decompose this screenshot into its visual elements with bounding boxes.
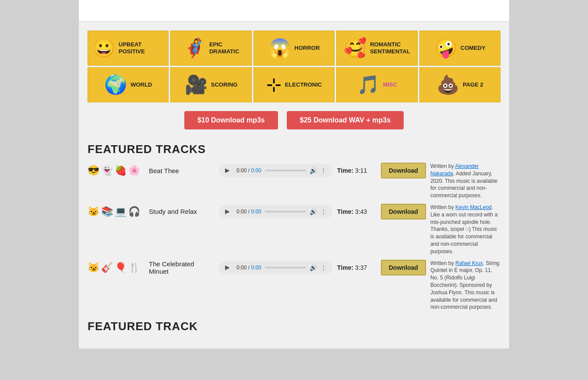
track-name-celebrated-minuet: The CelebratedMinuet <box>149 260 215 275</box>
track-name-study-relax: Study and Relax <box>149 208 215 215</box>
genre-emoji-romantic: 🥰 <box>344 39 366 57</box>
track-icon-3: 🍓 <box>115 165 127 176</box>
track-icon-1: 😎 <box>88 165 99 176</box>
genre-world[interactable]: 🌍 WORLD <box>88 67 169 102</box>
track-icon-3: 💻 <box>115 206 127 217</box>
genre-romantic[interactable]: 🥰 ROMANTICSENTIMENTAL <box>336 31 417 66</box>
track-author-link-celebrated-minuet[interactable]: Rafael Krux <box>455 260 483 266</box>
track-icon-1: 😼 <box>88 262 99 273</box>
volume-icon-beat-thee[interactable]: 🔊 <box>310 167 317 174</box>
track-main-beat-thee: 😎 👻 🍓 🌸 Beat Thee ▶ 0:00 / 0:00 🔊 ⋮ <box>88 163 426 178</box>
time-display-celebrated-minuet: 0:00 / 0:00 <box>236 265 261 271</box>
download-button-celebrated-minuet[interactable]: Download <box>381 260 426 275</box>
genre-page2[interactable]: 💩 PAGE 2 <box>419 67 500 102</box>
more-icon-beat-thee[interactable]: ⋮ <box>320 167 327 174</box>
track-icons-beat-thee: 😎 👻 🍓 🌸 <box>88 165 144 176</box>
table-row: 😼 📚 💻 🎧 Study and Relax ▶ 0:00 / 0:00 🔊 <box>88 204 500 255</box>
track-icons-study-relax: 😼 📚 💻 🎧 <box>88 206 144 217</box>
volume-icon-study-relax[interactable]: 🔊 <box>310 208 317 215</box>
genre-emoji-electronic: ⊹ <box>266 76 282 94</box>
table-row: 😎 👻 🍓 🌸 Beat Thee ▶ 0:00 / 0:00 🔊 ⋮ <box>88 163 500 199</box>
featured-track-title: FEATURED TRACK <box>88 320 500 333</box>
genre-label-world: WORLD <box>130 81 152 88</box>
genre-emoji-scoring: 🎥 <box>185 76 208 94</box>
current-time-beat-thee: 0:00 <box>236 167 246 174</box>
track-icon-3: 🎈 <box>115 262 127 273</box>
genre-upbeat-positive[interactable]: 😀 UPBEAT POSITIVE <box>88 31 169 66</box>
total-time-celebrated-minuet: 0:00 <box>251 265 261 271</box>
track-time-celebrated-minuet: Time: 3:37 <box>337 264 377 271</box>
track-icon-2: 👻 <box>101 165 113 176</box>
track-time-beat-thee: Time: 3:11 <box>337 167 377 174</box>
time-label-study-relax: Time: <box>337 208 353 215</box>
genre-emoji-page2: 💩 <box>437 76 459 94</box>
track-info-study-relax: Written by Kevin MacLeod. Like a worn ou… <box>430 204 500 255</box>
play-button-celebrated-minuet[interactable]: ▶ <box>225 264 233 272</box>
genre-epic-dramatic[interactable]: 🦸‍♀️ EPICDRAMATIC <box>170 31 251 66</box>
genre-emoji-comedy: 🤪 <box>434 39 457 57</box>
genre-horror[interactable]: 😱 HORROR <box>254 31 334 66</box>
volume-icon-celebrated-minuet[interactable]: 🔊 <box>310 264 317 271</box>
genre-emoji-epic: 🦸‍♀️ <box>183 39 206 57</box>
progress-bar-study-relax[interactable] <box>265 211 306 213</box>
genre-emoji-world: 🌍 <box>104 76 127 94</box>
genre-label-epic: EPICDRAMATIC <box>209 41 239 55</box>
table-row: 😼 🎸 🎈 🍴 The CelebratedMinuet ▶ 0:00 / 0:… <box>88 260 500 311</box>
track-icon-1: 😼 <box>88 206 99 217</box>
genre-label-misc: MISC <box>383 81 398 88</box>
current-time-celebrated-minuet: 0:00 <box>236 265 246 271</box>
genre-scoring[interactable]: 🎥 SCORING <box>170 67 251 102</box>
total-time-study-relax: 0:00 <box>251 209 261 215</box>
track-info-beat-thee: Written by Alexander Nakarada. Added Jan… <box>430 163 500 199</box>
download-buttons-section: $10 Download mp3s $25 Download WAV + mp3… <box>88 111 500 129</box>
featured-tracks-title: FEATURED TRACKS <box>88 143 500 156</box>
time-value-celebrated-minuet: 3:37 <box>355 264 367 271</box>
track-author-link-study-relax[interactable]: Kevin MacLeod <box>455 204 492 210</box>
genre-emoji-horror: 😱 <box>268 39 291 57</box>
genre-emoji-upbeat: 😀 <box>92 39 115 57</box>
genre-grid: 😀 UPBEAT POSITIVE 🦸‍♀️ EPICDRAMATIC 😱 HO… <box>88 31 500 102</box>
time-display-study-relax: 0:00 / 0:00 <box>236 209 261 215</box>
track-icon-4: 🌸 <box>128 165 140 176</box>
audio-player-celebrated-minuet[interactable]: ▶ 0:00 / 0:00 🔊 ⋮ <box>219 261 333 274</box>
genre-electronic[interactable]: ⊹ ELECTRONIC <box>254 67 334 102</box>
progress-bar-beat-thee[interactable] <box>265 170 306 171</box>
featured-track-section: FEATURED TRACK <box>88 320 500 333</box>
track-main-celebrated-minuet: 😼 🎸 🎈 🍴 The CelebratedMinuet ▶ 0:00 / 0:… <box>88 260 426 275</box>
track-icons-celebrated-minuet: 😼 🎸 🎈 🍴 <box>88 262 144 273</box>
time-display-beat-thee: 0:00 / 0:00 <box>236 167 261 174</box>
audio-player-beat-thee[interactable]: ▶ 0:00 / 0:00 🔊 ⋮ <box>219 164 333 177</box>
genre-label-electronic: ELECTRONIC <box>285 81 322 88</box>
download-mp3-button[interactable]: $10 Download mp3s <box>184 111 278 129</box>
track-name-beat-thee: Beat Thee <box>149 167 215 174</box>
genre-label-romantic: ROMANTICSENTIMENTAL <box>370 41 410 55</box>
genre-misc[interactable]: 🎵 MISC <box>336 67 417 102</box>
time-label-celebrated-minuet: Time: <box>337 264 353 271</box>
play-button-study-relax[interactable]: ▶ <box>225 208 233 216</box>
download-button-study-relax[interactable]: Download <box>381 204 426 220</box>
genre-label-scoring: SCORING <box>211 81 238 88</box>
time-label-beat-thee: Time: <box>337 167 353 174</box>
download-wav-button[interactable]: $25 Download WAV + mp3s <box>287 111 404 129</box>
total-time-beat-thee: 0:00 <box>251 167 261 174</box>
more-icon-study-relax[interactable]: ⋮ <box>320 208 327 215</box>
genre-label-page2: PAGE 2 <box>463 81 483 88</box>
play-button-beat-thee[interactable]: ▶ <box>225 167 233 174</box>
track-icon-4: 🍴 <box>128 262 140 273</box>
progress-bar-celebrated-minuet[interactable] <box>265 267 306 268</box>
track-icon-4: 🎧 <box>128 206 140 217</box>
track-info-celebrated-minuet: Written by Rafael Krux. String Quintet i… <box>430 260 500 311</box>
genre-comedy[interactable]: 🤪 COMEDY <box>419 31 500 66</box>
track-author-link-beat-thee[interactable]: Alexander Nakarada <box>430 163 479 177</box>
track-icon-2: 🎸 <box>101 262 113 273</box>
genre-label-upbeat: UPBEAT POSITIVE <box>119 41 164 55</box>
download-button-beat-thee[interactable]: Download <box>381 163 426 178</box>
genre-label-comedy: COMEDY <box>461 45 486 52</box>
track-icon-2: 📚 <box>101 206 113 217</box>
track-main-study-relax: 😼 📚 💻 🎧 Study and Relax ▶ 0:00 / 0:00 🔊 <box>88 204 426 220</box>
time-value-study-relax: 3:43 <box>355 208 367 215</box>
genre-emoji-misc: 🎵 <box>357 76 380 94</box>
audio-player-study-relax[interactable]: ▶ 0:00 / 0:00 🔊 ⋮ <box>219 205 333 218</box>
more-icon-celebrated-minuet[interactable]: ⋮ <box>320 264 327 271</box>
current-time-study-relax: 0:00 <box>236 209 246 215</box>
